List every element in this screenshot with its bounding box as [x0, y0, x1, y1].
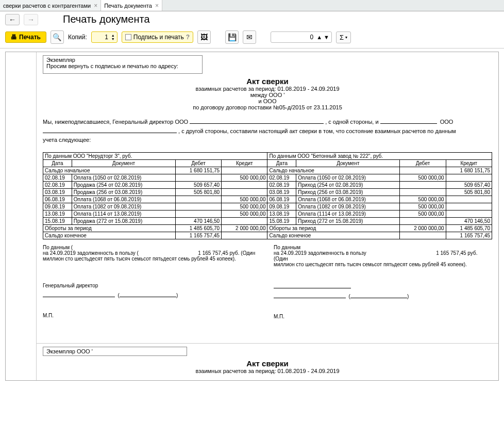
magnifier-icon: 🔍: [53, 33, 61, 41]
summary-words: миллион сто шестьдесят пять тысяч семьсо…: [43, 256, 261, 262]
page-separator: [37, 343, 498, 344]
summary-text: на 24.09.2019 задолженность в пользу (: [43, 250, 139, 256]
sum-button[interactable]: Σ ▾: [336, 31, 351, 43]
col-doc-r: Документ: [296, 159, 400, 167]
preamble-text: , с одной стороны, и: [325, 119, 378, 125]
exemplar-line1: Экземпляр: [46, 57, 199, 63]
left-header: По данным ООО "Нерудторг З", руб.: [43, 152, 267, 159]
summary-text: По данным: [274, 245, 492, 250]
title-bar: ← → Печать документа: [0, 11, 504, 28]
signature-name-line: [120, 292, 176, 297]
print-button[interactable]: 🖶 Печать: [5, 31, 46, 43]
col-credit-r: Кредит: [446, 159, 492, 167]
table-row: 13.08.19Оплата (1114 от 13.08.2019)500 0…: [43, 210, 492, 217]
reconciliation-table: По данным ООО "Нерудторг З", руб. По дан…: [43, 152, 492, 239]
document-title-copy2: Акт сверки: [43, 359, 492, 368]
tab-print-document[interactable]: Печать документа ×: [101, 0, 162, 11]
blank-line: [380, 118, 437, 124]
document-and: и ООО: [43, 98, 492, 104]
checkbox-icon[interactable]: [125, 34, 131, 40]
picture-icon: 🖼: [200, 33, 208, 41]
document-period: взаимных расчетов за период: 01.08.2019 …: [43, 86, 492, 92]
col-date: Дата: [43, 159, 72, 167]
document-page: Экземпляр Просим вернуть с подписью и пе…: [5, 52, 499, 381]
sigma-icon: Σ: [340, 34, 344, 41]
signature-title-line: [274, 283, 351, 288]
preamble: Мы, нижеподписавшиеся, Генеральный дирек…: [43, 118, 492, 145]
question-icon[interactable]: ?: [186, 34, 190, 41]
signature-line: [274, 293, 346, 298]
printer-icon: 🖶: [11, 34, 17, 41]
sign-print-label: Подпись и печать: [133, 34, 184, 41]
copies-input[interactable]: [94, 33, 109, 41]
signature-name-line: [350, 293, 407, 298]
close-icon[interactable]: ×: [155, 2, 159, 9]
copies-label: Копий:: [68, 34, 87, 41]
chevron-up-icon[interactable]: ▲: [316, 34, 322, 40]
tab-label: Печать документа: [104, 3, 152, 9]
export-button[interactable]: 🖼: [197, 30, 211, 44]
signature-block: Генеральный директор () М.П. () М.П.: [43, 283, 492, 319]
preamble-text: , с другой стороны, составили настоящий …: [178, 128, 456, 134]
document-between: между ООО ': [43, 92, 492, 98]
close-icon[interactable]: ×: [94, 2, 97, 9]
toolbar: 🖶 Печать 🔍 Копий: ▲ ▼ Подпись и печать ?…: [0, 28, 504, 48]
exemplar-line2: Просим вернуть с подписью и печатью по а…: [46, 63, 199, 69]
summary-block: По данным ( на 24.09.2019 задолженность …: [43, 245, 492, 267]
col-debit: Дебет: [175, 159, 221, 167]
table-row-end: Сальдо конечное 1 165 757,45 Сальдо коне…: [43, 232, 492, 239]
blank-line: [190, 118, 324, 124]
signature-line: [43, 292, 115, 297]
floppy-icon: 💾: [228, 33, 237, 41]
exemplar-box-copy2: Экземпляр ООО ': [43, 347, 187, 356]
numeric-input[interactable]: [273, 33, 314, 41]
table-row-turnover: Обороты за период 1 485 605,70 2 000 000…: [43, 224, 492, 232]
forward-button[interactable]: →: [24, 14, 38, 25]
table-row: 02.08.19Продажа (254 от 02.08.2019)509 6…: [43, 181, 492, 188]
chevron-down-icon: ▾: [345, 35, 347, 40]
document-title: Акт сверки: [43, 77, 492, 86]
chevron-down-icon[interactable]: ▼: [111, 37, 115, 41]
sign-and-print-button[interactable]: Подпись и печать ?: [122, 31, 193, 43]
chevron-up-icon[interactable]: ▲: [111, 34, 115, 37]
document-contract: по договору договор поставки №05-д/2015 …: [43, 104, 492, 110]
preamble-text: учета следующее:: [43, 137, 91, 143]
preamble-text: Мы, нижеподписавшиеся, Генеральный дирек…: [43, 119, 188, 125]
tab-label: сверки расчетов с контрагентами: [3, 3, 91, 9]
right-header: По данным ООО "Бетонный завод № 222", ру…: [267, 152, 492, 159]
col-debit-r: Дебет: [400, 159, 446, 167]
document-period-copy2: взаимных расчетов за период: 01.08.2019 …: [43, 368, 492, 374]
envelope-icon: ✉: [246, 33, 253, 41]
print-label: Печать: [19, 34, 41, 41]
table-row: 02.08.19Оплата (1050 от 02.08.2019)500 0…: [43, 174, 492, 181]
table-row: 06.08.19Оплата (1068 от 06.08.2019)500 0…: [43, 196, 492, 203]
table-row-start: Сальдо начальное 1 680 151,75 Сальдо нач…: [43, 167, 492, 174]
copies-spinner[interactable]: ▲ ▼: [91, 31, 117, 43]
document-viewport: Экземпляр Просим вернуть с подписью и пе…: [0, 52, 504, 381]
signature-title: Генеральный директор: [43, 283, 261, 288]
stamp-label: М.П.: [274, 314, 492, 319]
page-title: Печать документа: [63, 13, 150, 25]
chevron-down-icon[interactable]: ▼: [324, 34, 329, 40]
stamp-label: М.П.: [43, 313, 261, 318]
col-date-r: Дата: [267, 159, 296, 167]
exemplar-box: Экземпляр Просим вернуть с подписью и пе…: [43, 55, 203, 74]
summary-text: на 24.09.2019 задолженность в пользу: [274, 250, 366, 256]
back-button[interactable]: ←: [5, 14, 20, 25]
email-button[interactable]: ✉: [243, 30, 256, 44]
summary-words: миллион сто шестьдесят пять тысяч семьсо…: [274, 262, 492, 267]
ruler-left: [6, 52, 37, 380]
exemplar-text: Экземпляр ООО ': [46, 348, 93, 354]
tab-reconciliation[interactable]: сверки расчетов с контрагентами ×: [0, 0, 101, 11]
blank-line: [43, 127, 177, 133]
save-button[interactable]: 💾: [225, 30, 239, 44]
col-doc: Документ: [72, 159, 175, 167]
preview-button[interactable]: 🔍: [51, 30, 64, 44]
table-row: 15.08.19Продажа (272 от 15.08.2019)470 1…: [43, 217, 492, 224]
table-row: 09.08.19Оплата (1082 от 09.08.2019)500 0…: [43, 203, 492, 210]
summary-text: По данным (: [43, 245, 261, 250]
numeric-field[interactable]: ▲ ▼: [271, 31, 332, 43]
summary-amount: 1 165 757,45 руб. (Один: [198, 250, 255, 256]
preamble-text: ООО: [440, 119, 453, 125]
window-tabs: сверки расчетов с контрагентами × Печать…: [0, 0, 504, 11]
